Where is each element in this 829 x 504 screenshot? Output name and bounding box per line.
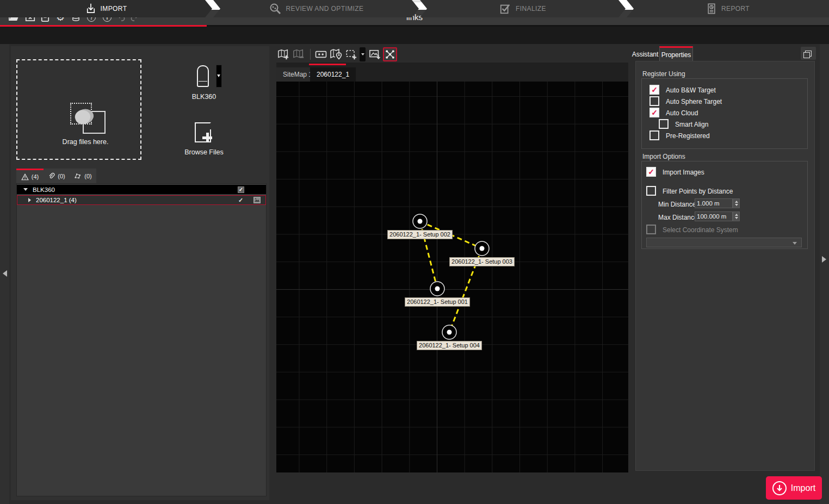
filter-points-label: Filter Points by Distance bbox=[663, 188, 733, 195]
expand-right-panel-button[interactable] bbox=[822, 256, 826, 263]
import-options-title: Import Options bbox=[642, 153, 685, 160]
remove-sitemap-icon bbox=[293, 48, 305, 60]
max-distance-input[interactable] bbox=[695, 211, 733, 221]
pre-registered-label: Pre-Registered bbox=[666, 132, 710, 140]
marquee-add-icon bbox=[345, 48, 357, 60]
item-check-icon[interactable]: ✓ bbox=[238, 197, 243, 204]
import-arrow-icon bbox=[772, 481, 787, 495]
coordinate-system-dropdown[interactable] bbox=[646, 238, 802, 247]
pano-view-button[interactable] bbox=[314, 47, 328, 61]
stage-import[interactable]: IMPORT bbox=[0, 0, 212, 17]
add-sitemap-button[interactable] bbox=[276, 47, 290, 61]
collapse-left-panel-button[interactable] bbox=[3, 270, 7, 277]
group-checkbox[interactable] bbox=[238, 186, 244, 193]
report-stage-icon bbox=[706, 3, 717, 15]
tab-assistant[interactable]: Assistant bbox=[632, 48, 658, 61]
review-stage-icon bbox=[269, 2, 282, 15]
image-preview-icon[interactable] bbox=[253, 197, 261, 203]
tree-group-row[interactable]: BLK360 bbox=[17, 185, 266, 194]
smart-align-checkbox[interactable] bbox=[659, 119, 669, 129]
tab-label: 2060122_1 bbox=[317, 71, 349, 78]
tab-warnings[interactable]: (4) bbox=[16, 169, 44, 183]
auto-sphere-target-checkbox[interactable] bbox=[649, 96, 659, 106]
tree-item-row-selected[interactable]: 2060122_1 (4) ✓ bbox=[17, 195, 266, 205]
warning-icon bbox=[21, 173, 29, 181]
finalize-stage-icon bbox=[499, 3, 511, 15]
bundle-icon bbox=[74, 172, 82, 179]
attachments-count: (0) bbox=[58, 173, 65, 179]
tab-label: Assistant bbox=[632, 51, 659, 58]
min-distance-label: Min Distance bbox=[658, 201, 696, 208]
stage-finalize[interactable]: FINALIZE bbox=[420, 0, 626, 17]
drag-drop-area[interactable]: Drag files here. bbox=[16, 59, 141, 160]
tab-2060122-1[interactable]: 2060122_1 bbox=[310, 67, 356, 82]
properties-panel: Assistant Properties Register Using Auto… bbox=[631, 44, 819, 504]
smart-align-label: Smart Align bbox=[675, 121, 708, 128]
auto-cloud-label: Auto Cloud bbox=[666, 109, 698, 117]
sitemap-tab-bar: SiteMap 1 2060122_1 bbox=[276, 63, 628, 82]
layers-icon bbox=[805, 51, 812, 57]
slider-caret-icon bbox=[217, 74, 220, 77]
marquee-add-button[interactable] bbox=[344, 47, 358, 61]
remove-sitemap-button[interactable] bbox=[292, 47, 306, 61]
links-view-button[interactable] bbox=[383, 47, 397, 61]
auto-cloud-checkbox[interactable] bbox=[649, 108, 659, 117]
setup-label[interactable]: 2060122_1- Setup 003 bbox=[449, 257, 515, 266]
sitemap-location-button[interactable] bbox=[329, 47, 343, 61]
tab-label: Properties bbox=[661, 51, 691, 59]
attachment-icon bbox=[48, 172, 55, 180]
tab-properties[interactable]: Properties bbox=[659, 46, 693, 61]
setup-node-center-icon bbox=[435, 287, 440, 291]
marquee-options-dropdown[interactable] bbox=[360, 47, 366, 61]
sitemap-canvas[interactable]: 2060122_1- Setup 0022060122_1- Setup 003… bbox=[276, 82, 628, 472]
tab-bundles[interactable]: (0) bbox=[70, 169, 96, 183]
document-fold-icon bbox=[204, 122, 211, 129]
spin-down-icon bbox=[735, 204, 738, 206]
chevron-left-icon bbox=[3, 270, 7, 277]
blk360-device-icon[interactable] bbox=[197, 65, 209, 87]
import-button[interactable]: Import bbox=[766, 476, 822, 500]
coordinate-system-checkbox[interactable] bbox=[646, 225, 656, 234]
min-distance-spinner[interactable] bbox=[733, 198, 740, 208]
setup-label[interactable]: 2060122_1- Setup 004 bbox=[417, 341, 482, 350]
import-stage-icon bbox=[85, 3, 96, 15]
drag-area-label: Drag files here. bbox=[23, 138, 148, 146]
filter-points-checkbox[interactable] bbox=[646, 186, 656, 196]
tree-group-label: BLK360 bbox=[33, 186, 55, 193]
pre-registered-checkbox[interactable] bbox=[649, 130, 659, 140]
import-button-label: Import bbox=[791, 483, 815, 493]
expand-caret-icon[interactable] bbox=[23, 188, 28, 191]
coordinate-system-label: Select Coordinate System bbox=[663, 226, 738, 234]
collapse-caret-icon[interactable] bbox=[28, 198, 31, 202]
setup-node-center-icon bbox=[418, 219, 423, 224]
setup-label[interactable]: 2060122_1- Setup 002 bbox=[387, 230, 453, 239]
max-distance-label: Max Distance bbox=[658, 214, 698, 221]
toolbar-separator bbox=[310, 49, 311, 60]
export-image-button[interactable] bbox=[368, 47, 382, 61]
pano-view-icon bbox=[315, 49, 327, 59]
min-distance-input[interactable] bbox=[695, 198, 733, 208]
register-using-group: Auto B&W Target Auto Sphere Target Auto … bbox=[641, 78, 808, 149]
import-images-checkbox[interactable] bbox=[646, 167, 656, 177]
stage-report[interactable]: REPORT bbox=[627, 0, 829, 17]
export-image-icon bbox=[369, 49, 381, 60]
import-file-tree: BLK360 2060122_1 (4) ✓ bbox=[16, 183, 267, 496]
setup-label[interactable]: 2060122_1- Setup 001 bbox=[405, 297, 470, 307]
stage-label: IMPORT bbox=[101, 5, 127, 13]
active-tab-indicator bbox=[309, 64, 346, 65]
right-gutter bbox=[820, 44, 829, 504]
stage-label: REPORT bbox=[721, 5, 750, 13]
links-view-icon bbox=[385, 49, 395, 60]
max-distance-spinner[interactable] bbox=[733, 211, 740, 221]
import-status-tabs: (4) (0) (0) bbox=[16, 169, 96, 183]
properties-content: Register Using Auto B&W Target Auto Sphe… bbox=[635, 61, 815, 471]
setup-links-layer bbox=[276, 82, 628, 472]
import-options-group: Import Images Filter Points by Distance … bbox=[641, 161, 808, 249]
float-panel-button[interactable] bbox=[801, 47, 816, 60]
workflow-stage-bar bbox=[0, 27, 829, 44]
tree-item-label: 2060122_1 (4) bbox=[36, 197, 77, 203]
auto-bw-target-checkbox[interactable] bbox=[649, 85, 659, 95]
tab-attachments[interactable]: (0) bbox=[44, 169, 70, 183]
tab-label: SiteMap 1 bbox=[283, 71, 312, 78]
stage-review-and-optimize[interactable]: REVIEW AND OPTIMIZE bbox=[213, 0, 419, 17]
